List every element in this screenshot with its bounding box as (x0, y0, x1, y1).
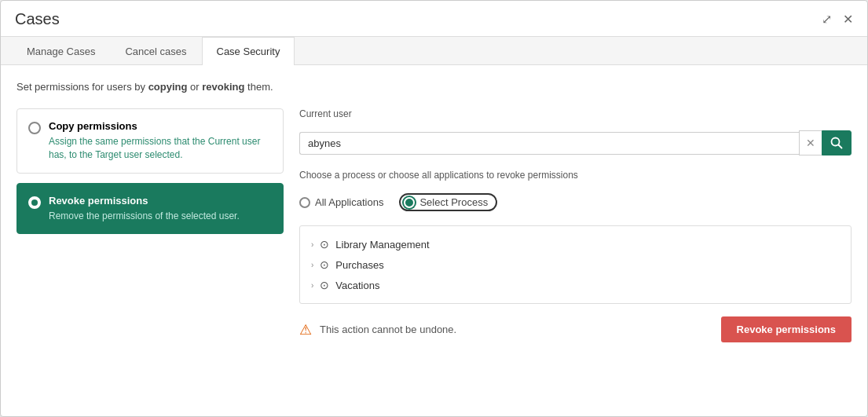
revoke-label: Revoke permissions (49, 195, 240, 207)
current-user-input[interactable] (299, 132, 799, 155)
process-name-purchases: Purchases (335, 259, 383, 271)
current-user-label: Current user (299, 108, 852, 119)
process-module-icon-2: ⊙ (320, 258, 329, 271)
copy-option-text: Copy permissions Assign the same permiss… (49, 120, 272, 162)
copy-radio (28, 122, 41, 134)
select-process-label: Select Process (419, 196, 488, 208)
chevron-right-icon-2: › (311, 261, 313, 269)
warning-text: This action cannot be undone. (320, 324, 456, 335)
process-module-icon: ⊙ (320, 238, 329, 251)
process-item-library[interactable]: › ⊙ Library Management (311, 234, 840, 254)
title-bar: Cases ⤢ ✕ (1, 1, 867, 37)
copy-permissions-option[interactable]: Copy permissions Assign the same permiss… (16, 108, 284, 174)
warning-row: ⚠ This action cannot be undone. Revoke p… (299, 316, 852, 342)
copy-description: Assign the same permissions that the Cur… (49, 135, 272, 162)
right-panel: Current user ✕ Choose a process or choos… (299, 108, 852, 342)
tab-manage-cases[interactable]: Manage Cases (12, 37, 110, 65)
revoke-description: Remove the permissions of the selected u… (49, 210, 240, 223)
clear-search-button[interactable]: ✕ (799, 130, 822, 155)
svg-line-1 (839, 145, 842, 148)
process-module-icon-3: ⊙ (320, 279, 329, 291)
chevron-right-icon: › (311, 240, 313, 249)
warning-icon: ⚠ (299, 321, 312, 338)
description: Set permissions for users by copying or … (16, 81, 852, 93)
all-applications-option[interactable]: All Applications (299, 196, 383, 208)
main-grid: Copy permissions Assign the same permiss… (16, 108, 852, 342)
cases-window: Cases ⤢ ✕ Manage Cases Cancel cases Case… (0, 0, 868, 417)
select-process-pill: Select Process (399, 193, 497, 211)
process-list: › ⊙ Library Management › ⊙ Purchases › ⊙… (299, 225, 852, 304)
expand-icon[interactable]: ⤢ (822, 12, 832, 27)
select-process-option[interactable]: Select Process (399, 193, 497, 211)
process-item-purchases[interactable]: › ⊙ Purchases (311, 254, 840, 275)
search-row: ✕ (299, 130, 852, 155)
process-item-vacations[interactable]: › ⊙ Vacations (311, 275, 840, 295)
tab-cancel-cases[interactable]: Cancel cases (110, 37, 201, 65)
copy-label: Copy permissions (49, 120, 272, 132)
choose-process-label: Choose a process or choose all applicati… (299, 170, 852, 181)
window-controls: ⤢ ✕ (822, 12, 853, 27)
content-area: Set permissions for users by copying or … (1, 65, 867, 416)
revoke-radio (28, 196, 41, 209)
revoke-option-text: Revoke permissions Remove the permission… (49, 195, 240, 223)
tab-case-security[interactable]: Case Security (202, 37, 295, 65)
window-title: Cases (15, 10, 60, 28)
all-applications-label: All Applications (315, 196, 383, 208)
tabs-bar: Manage Cases Cancel cases Case Security (1, 37, 867, 65)
select-process-dot (404, 197, 415, 208)
search-button[interactable] (822, 130, 852, 155)
revoke-permissions-button[interactable]: Revoke permissions (721, 316, 852, 342)
search-icon (830, 137, 843, 149)
all-applications-radio (299, 197, 310, 208)
process-name-library: Library Management (335, 239, 429, 251)
close-icon[interactable]: ✕ (843, 12, 853, 27)
left-panel: Copy permissions Assign the same permiss… (16, 108, 284, 342)
process-name-vacations: Vacations (335, 280, 379, 291)
radio-options: All Applications Select Process (299, 193, 852, 211)
revoke-permissions-option[interactable]: Revoke permissions Remove the permission… (16, 183, 284, 235)
chevron-right-icon-3: › (311, 281, 313, 290)
